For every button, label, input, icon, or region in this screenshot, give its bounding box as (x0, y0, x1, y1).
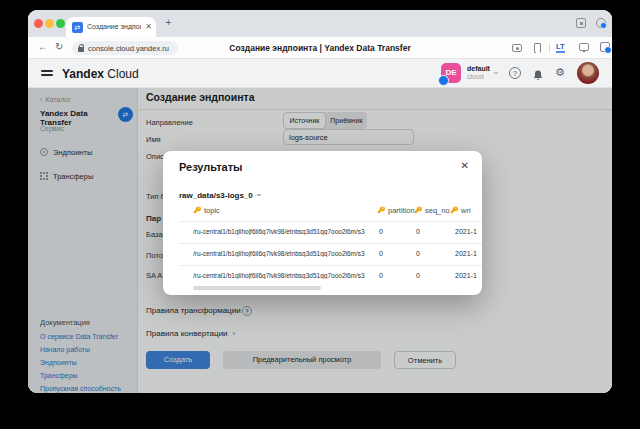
column-header-write-time: wri (450, 206, 471, 215)
tab-close-icon[interactable] (145, 22, 152, 31)
browser-extensions-icon[interactable] (576, 18, 586, 28)
cancel-button[interactable]: Отменить (394, 351, 456, 369)
form-label-fragment: База (146, 230, 164, 239)
page-title: Создание эндпоинта (146, 91, 254, 103)
doc-link-throughput[interactable]: Пропускная способность (40, 385, 121, 392)
doc-link-endpoints[interactable]: Эндпоинты (40, 359, 77, 366)
transformation-rules-expander[interactable]: Правила трансформации (146, 306, 248, 315)
chat-extension-icon[interactable] (579, 43, 589, 51)
table-row: /ru-central1/b1glihojf6il6g7lvk98/etnbsg… (163, 265, 482, 287)
browser-toolbar: console.cloud.yandex.ru Создание эндпоин… (28, 37, 612, 59)
languagetool-extension-icon[interactable]: LT (556, 42, 565, 53)
user-avatar[interactable] (577, 62, 599, 84)
url-text: console.cloud.yandex.ru (88, 44, 169, 53)
close-window-button[interactable] (34, 19, 43, 28)
table-row: /ru-central1/b1glihojf6il6g7lvk98/etnbsg… (163, 243, 482, 265)
lock-icon (78, 47, 84, 52)
cloud-scope: cloud (467, 73, 484, 81)
notifications-bell-icon[interactable] (532, 67, 544, 85)
console-header: Yandex Cloud DE default cloud (28, 59, 612, 88)
address-bar[interactable]: console.cloud.yandex.ru (72, 41, 178, 55)
sidebar-item-endpoints[interactable]: Эндпоинты (40, 148, 92, 157)
modal-title: Результаты (179, 161, 242, 173)
tab-title: Создание эндпоинта (87, 23, 141, 30)
direction-segmented-control: Источник Приёмник (283, 112, 367, 129)
new-tab-button[interactable] (162, 16, 175, 29)
service-subtitle: Сервис (40, 125, 64, 132)
reload-icon[interactable] (55, 41, 63, 52)
create-button[interactable]: Создать (146, 351, 210, 369)
browser-tab[interactable]: ⇄ Создание эндпоинта (66, 17, 156, 37)
settings-gear-icon[interactable] (555, 66, 565, 79)
form-label-fragment: Опис (146, 152, 164, 161)
bookmark-icon[interactable] (534, 43, 541, 53)
endpoint-icon (40, 148, 48, 156)
tab-strip: ⇄ Создание эндпоинта (28, 10, 612, 37)
browser-window: ⇄ Создание эндпоинта console.cloud.yande… (28, 10, 612, 393)
data-transfer-favicon-icon: ⇄ (72, 22, 83, 33)
form-label-fragment: SA A (146, 271, 164, 280)
doc-link-about[interactable]: О сервисе Data Transfer (40, 333, 118, 340)
name-input[interactable] (283, 129, 414, 145)
breadcrumb-back-link[interactable]: ‹Каталог (40, 96, 71, 103)
badged-extension-icon[interactable] (600, 42, 610, 52)
preview-button[interactable]: Предварительный просмотр (223, 351, 381, 369)
chevron-down-icon (253, 194, 263, 197)
direction-option-target[interactable]: Приёмник (326, 112, 367, 129)
direction-label: Направление (146, 118, 193, 127)
horizontal-scrollbar-thumb[interactable] (193, 286, 321, 290)
doc-link-getting-started[interactable]: Начало работы (40, 346, 90, 353)
transfers-grid-icon (40, 172, 48, 180)
fullscreen-window-button[interactable] (56, 19, 65, 28)
toolbar-divider (549, 43, 550, 53)
back-icon[interactable] (38, 41, 48, 52)
chevron-left-icon: ‹ (40, 96, 42, 103)
doc-link-transfers[interactable]: Трансферы (40, 372, 78, 379)
transformation-rules-help-icon[interactable] (242, 306, 252, 316)
sidebar-item-transfers[interactable]: Трансферы (40, 172, 93, 181)
column-header-partition: partition (377, 206, 415, 215)
form-label-fragment: Тип б (146, 192, 164, 201)
screenshot-icon[interactable] (512, 44, 522, 52)
name-label: Имя (146, 135, 161, 144)
hamburger-menu-icon[interactable] (41, 70, 53, 72)
yandex-cloud-logo[interactable]: Yandex Cloud (62, 67, 139, 81)
cloud-avatar[interactable]: DE (441, 63, 461, 83)
chevron-right-icon (233, 329, 236, 338)
modal-close-icon[interactable] (461, 160, 469, 171)
data-transfer-service-icon: ⇄ (118, 107, 133, 122)
results-modal: Результаты raw_data/s3-logs_0 topic part… (163, 151, 482, 295)
dataset-selector[interactable]: raw_data/s3-logs_0 (179, 190, 260, 200)
docs-section-title: Документация (40, 318, 90, 327)
column-header-topic: topic (193, 206, 220, 215)
help-icon[interactable] (509, 67, 521, 79)
table-row: /ru-central1/b1glihojf6il6g7lvk98/etnbsg… (163, 221, 482, 243)
direction-option-source[interactable]: Источник (283, 112, 326, 129)
browser-profile-icon[interactable] (596, 18, 606, 28)
minimize-window-button[interactable] (45, 19, 54, 28)
title-divider (139, 109, 612, 110)
column-header-seq-no: seq_no (414, 206, 450, 215)
page-title-toolbar: Создание эндпоинта | Yandex Data Transfe… (198, 37, 442, 59)
conversion-rules-expander[interactable]: Правила конвертации (146, 329, 235, 338)
form-label-fragment: Пото (146, 251, 164, 260)
cloud-name: default (467, 65, 490, 73)
cloud-switcher-chevron-down-icon[interactable] (491, 72, 501, 75)
service-sidebar: ‹Каталог Yandex Data Transfer ⇄ Сервис Э… (28, 88, 138, 393)
